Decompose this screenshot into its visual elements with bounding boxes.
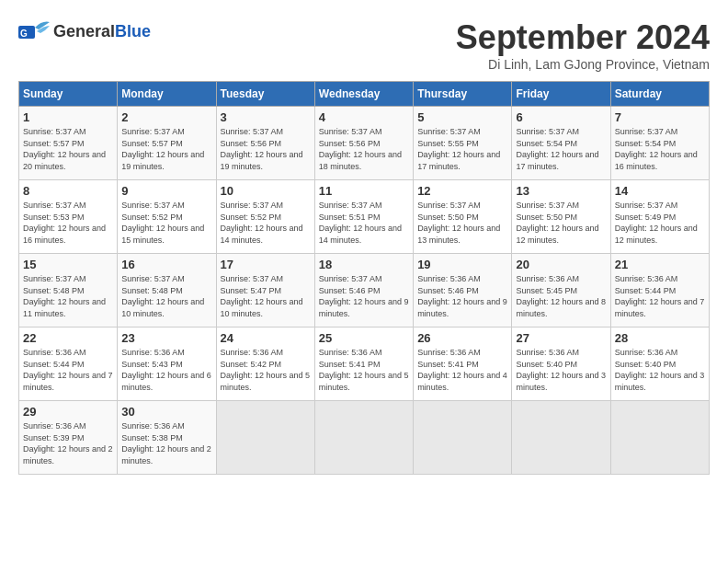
day-number: 11 <box>319 184 409 198</box>
table-row: 17Sunrise: 5:37 AMSunset: 5:47 PMDayligh… <box>216 254 314 327</box>
day-info: Sunrise: 5:37 AMSunset: 5:52 PMDaylight:… <box>121 200 211 246</box>
col-friday: Friday <box>512 82 610 107</box>
table-row: 25Sunrise: 5:36 AMSunset: 5:41 PMDayligh… <box>314 327 413 401</box>
table-row: 28Sunrise: 5:36 AMSunset: 5:40 PMDayligh… <box>610 327 709 401</box>
day-number: 15 <box>23 258 113 271</box>
table-row: 1Sunrise: 5:37 AMSunset: 5:57 PMDaylight… <box>19 107 118 180</box>
day-number: 13 <box>516 184 606 198</box>
day-info: Sunrise: 5:36 AMSunset: 5:40 PMDaylight:… <box>516 347 606 393</box>
table-row: 14Sunrise: 5:37 AMSunset: 5:49 PMDayligh… <box>610 180 709 254</box>
table-row <box>414 401 512 475</box>
col-monday: Monday <box>118 82 216 107</box>
week-row-3: 15Sunrise: 5:37 AMSunset: 5:48 PMDayligh… <box>19 254 710 327</box>
day-number: 8 <box>23 184 113 198</box>
table-row <box>512 401 610 475</box>
col-tuesday: Tuesday <box>216 82 314 107</box>
day-info: Sunrise: 5:37 AMSunset: 5:53 PMDaylight:… <box>23 200 113 246</box>
day-info: Sunrise: 5:37 AMSunset: 5:51 PMDaylight:… <box>319 200 409 246</box>
week-row-4: 22Sunrise: 5:36 AMSunset: 5:44 PMDayligh… <box>19 327 710 401</box>
day-number: 25 <box>319 331 409 345</box>
day-info: Sunrise: 5:36 AMSunset: 5:39 PMDaylight:… <box>23 420 113 466</box>
day-number: 21 <box>615 258 705 271</box>
week-row-5: 29Sunrise: 5:36 AMSunset: 5:39 PMDayligh… <box>19 401 710 475</box>
table-row: 30Sunrise: 5:36 AMSunset: 5:38 PMDayligh… <box>118 401 216 475</box>
day-number: 29 <box>23 405 113 419</box>
day-number: 17 <box>221 258 311 271</box>
day-number: 2 <box>121 110 211 124</box>
day-number: 24 <box>221 331 311 345</box>
day-info: Sunrise: 5:37 AMSunset: 5:56 PMDaylight:… <box>319 126 409 172</box>
day-number: 28 <box>615 331 705 345</box>
day-number: 12 <box>417 184 507 198</box>
day-number: 14 <box>615 184 705 198</box>
day-number: 19 <box>417 258 507 271</box>
table-row: 26Sunrise: 5:36 AMSunset: 5:41 PMDayligh… <box>414 327 512 401</box>
day-info: Sunrise: 5:37 AMSunset: 5:55 PMDaylight:… <box>417 126 507 172</box>
day-number: 4 <box>319 110 409 124</box>
day-info: Sunrise: 5:37 AMSunset: 5:49 PMDaylight:… <box>615 200 705 246</box>
day-info: Sunrise: 5:37 AMSunset: 5:47 PMDaylight:… <box>221 273 311 319</box>
day-number: 16 <box>121 258 211 271</box>
day-number: 20 <box>516 258 606 271</box>
table-row: 3Sunrise: 5:37 AMSunset: 5:56 PMDaylight… <box>216 107 314 180</box>
col-saturday: Saturday <box>610 82 709 107</box>
table-row <box>216 401 314 475</box>
day-number: 1 <box>23 110 113 124</box>
table-row: 19Sunrise: 5:36 AMSunset: 5:46 PMDayligh… <box>414 254 512 327</box>
col-thursday: Thursday <box>414 82 512 107</box>
table-row: 23Sunrise: 5:36 AMSunset: 5:43 PMDayligh… <box>118 327 216 401</box>
table-row: 8Sunrise: 5:37 AMSunset: 5:53 PMDaylight… <box>19 180 118 254</box>
week-row-2: 8Sunrise: 5:37 AMSunset: 5:53 PMDaylight… <box>19 180 710 254</box>
day-info: Sunrise: 5:36 AMSunset: 5:41 PMDaylight:… <box>417 347 507 393</box>
day-info: Sunrise: 5:37 AMSunset: 5:46 PMDaylight:… <box>319 273 409 319</box>
day-number: 26 <box>417 331 507 345</box>
day-info: Sunrise: 5:37 AMSunset: 5:57 PMDaylight:… <box>121 126 211 172</box>
day-info: Sunrise: 5:36 AMSunset: 5:42 PMDaylight:… <box>221 347 311 393</box>
table-row <box>314 401 413 475</box>
day-info: Sunrise: 5:37 AMSunset: 5:50 PMDaylight:… <box>516 200 606 246</box>
table-row: 7Sunrise: 5:37 AMSunset: 5:54 PMDaylight… <box>610 107 709 180</box>
table-row: 16Sunrise: 5:37 AMSunset: 5:48 PMDayligh… <box>118 254 216 327</box>
table-row: 4Sunrise: 5:37 AMSunset: 5:56 PMDaylight… <box>314 107 413 180</box>
day-number: 5 <box>417 110 507 124</box>
svg-text:G: G <box>20 29 28 39</box>
subtitle: Di Linh, Lam GJong Province, Vietnam <box>456 57 710 72</box>
day-number: 9 <box>121 184 211 198</box>
logo-general: General <box>53 22 115 40</box>
day-info: Sunrise: 5:36 AMSunset: 5:40 PMDaylight:… <box>615 347 705 393</box>
table-row: 6Sunrise: 5:37 AMSunset: 5:54 PMDaylight… <box>512 107 610 180</box>
col-wednesday: Wednesday <box>314 82 413 107</box>
header-row: Sunday Monday Tuesday Wednesday Thursday… <box>19 82 710 107</box>
table-row: 9Sunrise: 5:37 AMSunset: 5:52 PMDaylight… <box>118 180 216 254</box>
day-info: Sunrise: 5:37 AMSunset: 5:56 PMDaylight:… <box>221 126 311 172</box>
day-info: Sunrise: 5:37 AMSunset: 5:54 PMDaylight:… <box>516 126 606 172</box>
logo: G GeneralBlue <box>18 18 151 44</box>
title-block: September 2024 Di Linh, Lam GJong Provin… <box>456 18 710 72</box>
day-info: Sunrise: 5:36 AMSunset: 5:43 PMDaylight:… <box>121 347 211 393</box>
logo-blue: Blue <box>115 22 151 40</box>
day-info: Sunrise: 5:36 AMSunset: 5:44 PMDaylight:… <box>23 347 113 393</box>
col-sunday: Sunday <box>19 82 118 107</box>
table-row: 18Sunrise: 5:37 AMSunset: 5:46 PMDayligh… <box>314 254 413 327</box>
day-number: 30 <box>121 405 211 419</box>
day-info: Sunrise: 5:36 AMSunset: 5:46 PMDaylight:… <box>417 273 507 319</box>
table-row: 24Sunrise: 5:36 AMSunset: 5:42 PMDayligh… <box>216 327 314 401</box>
table-row: 2Sunrise: 5:37 AMSunset: 5:57 PMDaylight… <box>118 107 216 180</box>
table-row: 29Sunrise: 5:36 AMSunset: 5:39 PMDayligh… <box>19 401 118 475</box>
day-info: Sunrise: 5:37 AMSunset: 5:57 PMDaylight:… <box>23 126 113 172</box>
logo-icon: G <box>18 18 50 44</box>
table-row: 20Sunrise: 5:36 AMSunset: 5:45 PMDayligh… <box>512 254 610 327</box>
day-number: 22 <box>23 331 113 345</box>
table-row: 12Sunrise: 5:37 AMSunset: 5:50 PMDayligh… <box>414 180 512 254</box>
table-row: 10Sunrise: 5:37 AMSunset: 5:52 PMDayligh… <box>216 180 314 254</box>
table-row: 11Sunrise: 5:37 AMSunset: 5:51 PMDayligh… <box>314 180 413 254</box>
day-info: Sunrise: 5:37 AMSunset: 5:50 PMDaylight:… <box>417 200 507 246</box>
day-info: Sunrise: 5:36 AMSunset: 5:45 PMDaylight:… <box>516 273 606 319</box>
table-row: 27Sunrise: 5:36 AMSunset: 5:40 PMDayligh… <box>512 327 610 401</box>
day-number: 6 <box>516 110 606 124</box>
page-header: G GeneralBlue September 2024 Di Linh, La… <box>18 18 710 72</box>
week-row-1: 1Sunrise: 5:37 AMSunset: 5:57 PMDaylight… <box>19 107 710 180</box>
table-row: 13Sunrise: 5:37 AMSunset: 5:50 PMDayligh… <box>512 180 610 254</box>
day-number: 27 <box>516 331 606 345</box>
day-number: 3 <box>221 110 311 124</box>
